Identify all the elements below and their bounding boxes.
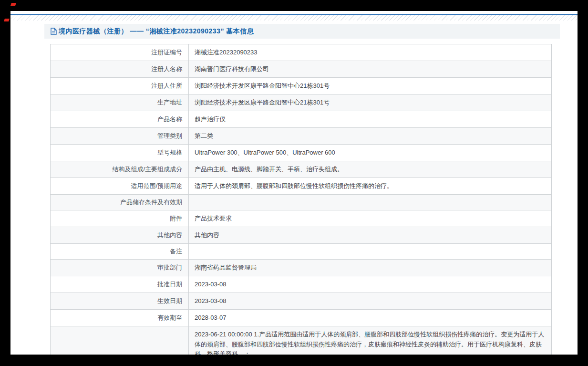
field-label: 适用范围/预期用途 <box>51 178 189 195</box>
field-label: 型号规格 <box>51 145 189 161</box>
registration-info-table: 注册证编号湘械注准20232090233注册人名称湖南普门医疗科技有限公司注册人… <box>50 44 552 355</box>
field-label: 生产地址 <box>51 94 189 111</box>
table-row: 管理类别第二类 <box>51 128 552 145</box>
table-row: 产品储存条件及有效期 <box>51 195 552 210</box>
field-value: 2023-06-21 00:00:00 1.产品适用范围由适用于人体的颈肩部、腰… <box>189 326 552 355</box>
table-row: 产品名称超声治疗仪 <box>51 111 552 128</box>
field-value <box>189 195 552 210</box>
field-label: 管理类别 <box>51 128 189 145</box>
page-title: 境内医疗器械（注册） —— “湘械注准20232090233” 基本信息 <box>59 27 254 36</box>
field-value: 浏阳经济技术开发区康平路金阳智中心21栋301号 <box>189 78 552 94</box>
field-label: 注册人名称 <box>51 61 189 78</box>
table-row: 有效期至2028-03-07 <box>51 310 552 326</box>
document-icon <box>51 28 57 35</box>
field-value: 超声治疗仪 <box>189 111 552 128</box>
field-label: 附件 <box>51 210 189 227</box>
table-row: 适用范围/预期用途适用于人体的颈肩部、腰腹部和四肢部位慢性软组织损伤性疼痛的治疗… <box>51 178 552 195</box>
table-row: 结构及组成/主要组成成分产品由主机、电源线、脚踏开关、手柄、治疗头组成。 <box>51 161 552 178</box>
field-value: 2023-03-08 <box>189 293 552 310</box>
field-label: 注册人住所 <box>51 78 189 94</box>
table-row: 注册人名称湖南普门医疗科技有限公司 <box>51 61 552 78</box>
desktop-frame: { "frame": { "background_color": "#00000… <box>0 0 588 366</box>
field-label: 有效期至 <box>51 310 189 326</box>
field-value: 湖南普门医疗科技有限公司 <box>189 61 552 78</box>
red-screen-mark <box>10 3 16 6</box>
field-value: 2028-03-07 <box>189 310 552 326</box>
red-screen-mark <box>4 19 10 21</box>
field-value: 产品由主机、电源线、脚踏开关、手柄、治疗头组成。 <box>189 161 552 178</box>
table-row: 其他内容其他内容 <box>51 227 552 244</box>
table-row: 型号规格UltraPower 300、UltraPower 500、UltraP… <box>51 145 552 161</box>
table-row: 批准日期2023-03-08 <box>51 276 552 293</box>
table-row: 变更情况2023-06-21 00:00:00 1.产品适用范围由适用于人体的颈… <box>51 326 552 355</box>
section-header-bar: 境内医疗器械（注册） —— “湘械注准20232090233” 基本信息 <box>44 24 560 39</box>
table-row: 生效日期2023-03-08 <box>51 293 552 310</box>
field-value: 浏阳经济技术开发区康平路金阳智中心21栋301号 <box>189 94 552 111</box>
field-value: 其他内容 <box>189 227 552 244</box>
browser-page: 境内医疗器械（注册） —— “湘械注准20232090233” 基本信息 注册证… <box>10 11 578 355</box>
field-value-line: 2023-06-21 00:00:00 1.产品适用范围由适用于人体的颈肩部、腰… <box>195 330 546 355</box>
table-row: 注册人住所浏阳经济技术开发区康平路金阳智中心21栋301号 <box>51 78 552 94</box>
field-label: 变更情况 <box>51 326 189 355</box>
field-value: 第二类 <box>189 128 552 145</box>
field-label: 生效日期 <box>51 293 189 310</box>
registration-info-table-wrap: 注册证编号湘械注准20232090233注册人名称湖南普门医疗科技有限公司注册人… <box>50 44 552 355</box>
field-value: UltraPower 300、UltraPower 500、UltraPower… <box>189 145 552 161</box>
field-label: 批准日期 <box>51 276 189 293</box>
table-row: 注册证编号湘械注准20232090233 <box>51 44 552 61</box>
field-label: 注册证编号 <box>51 44 189 61</box>
field-label: 产品名称 <box>51 111 189 128</box>
field-value: 湘械注准20232090233 <box>189 44 552 61</box>
table-row: 生产地址浏阳经济技术开发区康平路金阳智中心21栋301号 <box>51 94 552 111</box>
field-value: 适用于人体的颈肩部、腰腹部和四肢部位慢性软组织损伤性疼痛的治疗。 <box>189 178 552 195</box>
field-value: 2023-03-08 <box>189 276 552 293</box>
table-row: 备注 <box>51 244 552 260</box>
field-value: 产品技术要求 <box>189 210 552 227</box>
field-value <box>189 244 552 260</box>
diagonal-hatch-decoration <box>10 15 578 21</box>
field-label: 产品储存条件及有效期 <box>51 195 189 210</box>
field-value: 湖南省药品监督管理局 <box>189 260 552 276</box>
field-label: 结构及组成/主要组成成分 <box>51 161 189 178</box>
field-label: 备注 <box>51 244 189 260</box>
field-label: 审批部门 <box>51 260 189 276</box>
table-row: 附件产品技术要求 <box>51 210 552 227</box>
table-row: 审批部门湖南省药品监督管理局 <box>51 260 552 276</box>
field-label: 其他内容 <box>51 227 189 244</box>
